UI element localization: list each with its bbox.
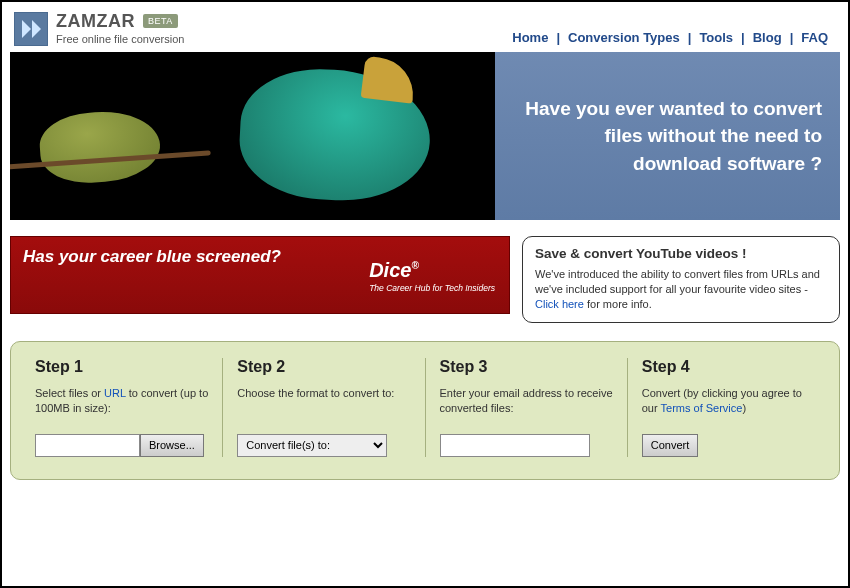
info-body: We've introduced the ability to convert … bbox=[535, 267, 827, 312]
url-link[interactable]: URL bbox=[104, 387, 126, 399]
ad-brand-sub: The Career Hub for Tech Insiders bbox=[369, 283, 495, 293]
nav-faq[interactable]: FAQ bbox=[793, 30, 836, 45]
beta-badge: BETA bbox=[143, 14, 178, 28]
terms-link[interactable]: Terms of Service bbox=[661, 402, 743, 414]
hero-headline: Have you ever wanted to convert files wi… bbox=[513, 95, 822, 178]
info-title: Save & convert YouTube videos ! bbox=[535, 245, 827, 263]
brand-name: ZAMZAR bbox=[56, 12, 135, 30]
ad-brand-name: Dice bbox=[369, 259, 411, 281]
hero-banner: Have you ever wanted to convert files wi… bbox=[10, 52, 840, 220]
step-2: Step 2 Choose the format to convert to: … bbox=[223, 358, 425, 457]
step-desc: Enter your email address to receive conv… bbox=[440, 386, 613, 420]
chameleon-icon bbox=[38, 108, 163, 186]
step-desc: Select files or URL to convert (up to 10… bbox=[35, 386, 208, 420]
step-1: Step 1 Select files or URL to convert (u… bbox=[21, 358, 223, 457]
info-link[interactable]: Click here bbox=[535, 298, 584, 310]
nav-conversion-types[interactable]: Conversion Types bbox=[560, 30, 688, 45]
steps-panel: Step 1 Select files or URL to convert (u… bbox=[10, 341, 840, 480]
browse-button[interactable]: Browse... bbox=[140, 434, 204, 457]
step-4: Step 4 Convert (by clicking you agree to… bbox=[628, 358, 829, 457]
primary-nav: Home| Conversion Types| Tools| Blog| FAQ bbox=[504, 30, 836, 45]
brand-tagline: Free online file conversion bbox=[56, 33, 184, 45]
step-title: Step 1 bbox=[35, 358, 208, 376]
step-title: Step 2 bbox=[237, 358, 410, 376]
step-title: Step 4 bbox=[642, 358, 815, 376]
hero-image bbox=[10, 52, 495, 220]
ad-banner[interactable]: Has your career blue screened? Dice® The… bbox=[10, 236, 510, 314]
file-input[interactable] bbox=[35, 434, 140, 457]
info-box: Save & convert YouTube videos ! We've in… bbox=[522, 236, 840, 323]
email-field[interactable] bbox=[440, 434, 590, 457]
convert-button[interactable]: Convert bbox=[642, 434, 699, 457]
logo-icon bbox=[14, 12, 48, 46]
chameleon-icon bbox=[237, 65, 434, 205]
brand: ZAMZAR BETA Free online file conversion bbox=[14, 12, 184, 46]
step-desc: Choose the format to convert to: bbox=[237, 386, 410, 420]
step-3: Step 3 Enter your email address to recei… bbox=[426, 358, 628, 457]
step-desc: Convert (by clicking you agree to our Te… bbox=[642, 386, 815, 420]
header: ZAMZAR BETA Free online file conversion … bbox=[10, 8, 840, 52]
nav-home[interactable]: Home bbox=[504, 30, 556, 45]
nav-tools[interactable]: Tools bbox=[691, 30, 741, 45]
format-select[interactable]: Convert file(s) to: bbox=[237, 434, 387, 457]
nav-blog[interactable]: Blog bbox=[745, 30, 790, 45]
ad-brand: Dice® The Career Hub for Tech Insiders bbox=[369, 259, 495, 293]
step-title: Step 3 bbox=[440, 358, 613, 376]
